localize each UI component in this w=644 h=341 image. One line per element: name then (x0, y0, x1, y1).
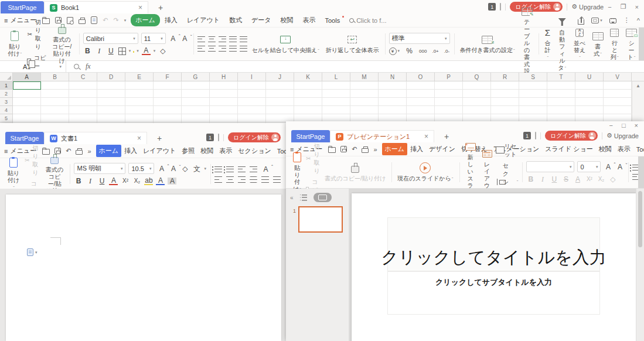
wr-doc-start-icon[interactable]: ▾ (27, 248, 38, 256)
italic-button[interactable]: I (538, 175, 547, 183)
bold-button[interactable]: B (526, 175, 535, 183)
pp-tab-startpage[interactable]: StartPage (291, 130, 330, 142)
ss-number-format-select[interactable]: 標準▾ (389, 33, 450, 44)
ss-paste-button[interactable]: 貼り付け (5, 29, 24, 59)
indent-increase-icon[interactable] (240, 36, 247, 43)
zoom-search-icon[interactable] (74, 64, 79, 69)
subtitle-placeholder[interactable]: クリックしてサブタイトルを入力 (387, 271, 600, 315)
underline-button[interactable]: U (550, 175, 558, 183)
column-header[interactable]: G (182, 73, 210, 81)
strikethrough-button[interactable]: S (561, 175, 570, 183)
bold-button[interactable]: B (83, 47, 92, 55)
row-header[interactable]: 2 (0, 90, 12, 98)
column-header[interactable]: E (125, 73, 154, 81)
subscript-button[interactable]: X₂ (597, 175, 605, 183)
ss-wrap-text-button[interactable]: ↩ 折り返して全体表示 (324, 33, 381, 55)
wr-tab-close-icon[interactable]: × (127, 134, 141, 142)
highlight-button[interactable]: ab (144, 177, 153, 185)
pp-menu-insert[interactable]: 挿入 (407, 143, 426, 155)
pp-toolbar-scrollbar[interactable] (638, 156, 644, 188)
wr-paste-button[interactable]: 貼り付け (5, 156, 22, 192)
collapse-panel-icon[interactable]: « (290, 195, 294, 201)
char-shading-button[interactable]: A (168, 178, 176, 185)
underline-button[interactable]: U (97, 177, 106, 185)
pp-cut-button[interactable]: ✂切り取り (306, 142, 320, 175)
decrease-font-icon[interactable]: A (169, 165, 178, 173)
italic-button[interactable]: I (86, 177, 94, 185)
align-right-icon[interactable] (219, 46, 226, 52)
title-placeholder[interactable]: クリックしてタイトルを入力 (387, 217, 600, 271)
align-right-icon[interactable] (238, 176, 246, 183)
ss-search-box[interactable]: Click to f... (349, 17, 386, 24)
pp-menu-slideshow[interactable]: スライド ショー (542, 143, 596, 155)
wr-font-family-select[interactable]: MS 明朝▾ (74, 163, 125, 174)
align-center-icon[interactable] (226, 176, 234, 183)
ss-cut-button[interactable]: ✂切り取り (27, 18, 46, 51)
column-header[interactable]: Q (463, 73, 491, 81)
font-color-button[interactable]: A (142, 47, 151, 55)
subscript-button[interactable]: X₂ (132, 177, 141, 185)
ss-font-size-select[interactable]: 11▾ (141, 33, 166, 44)
pp-menu-design[interactable]: デザイン (426, 143, 458, 155)
more-tools-icon[interactable]: » (373, 146, 377, 153)
ss-window-count-badge[interactable]: 1 (488, 3, 496, 11)
clear-format-button[interactable]: ◇ (158, 47, 167, 55)
ss-toolbar-scrollbar[interactable] (639, 28, 644, 60)
clear-format-button[interactable]: ◇ (608, 175, 617, 183)
pp-tab-presentation1[interactable]: P プレゼンテーション1 × (330, 130, 434, 142)
comment-icon[interactable] (609, 18, 616, 23)
pp-window-count-badge[interactable]: 1 (523, 132, 531, 139)
ss-tab-close-icon[interactable]: × (128, 4, 142, 12)
underline-button[interactable]: U (107, 47, 115, 55)
ss-sheet-button[interactable]: ▭ シート (624, 26, 639, 62)
column-header[interactable]: K (294, 73, 322, 81)
column-header[interactable]: L (322, 73, 350, 81)
wr-page[interactable]: ▾ (6, 195, 281, 341)
column-header[interactable]: C (69, 73, 97, 81)
distribute-icon[interactable] (240, 46, 247, 52)
ss-font-family-select[interactable]: Calibri▾ (83, 33, 138, 44)
ss-table-format-button[interactable]: ✎ テーブルの書式設定 (520, 5, 534, 83)
ss-menu-view[interactable]: 表示 (298, 14, 320, 26)
scrollbar-thumb[interactable] (638, 191, 642, 247)
percent-format-button[interactable]: % (405, 47, 414, 55)
undo-icon[interactable]: ↶ (352, 145, 357, 153)
ss-format-button[interactable]: 書式 (591, 29, 605, 59)
wr-logout-button[interactable]: ログイン解除 (228, 132, 281, 142)
share-icon[interactable] (578, 19, 584, 25)
preview-icon[interactable] (91, 16, 97, 24)
pp-slide-canvas[interactable]: クリックしてタイトルを入力 クリックしてサブタイトルを入力 (352, 193, 636, 341)
ss-tab-startpage[interactable]: StartPage (1, 1, 44, 13)
row-header[interactable]: 3 (0, 98, 12, 106)
undo-icon[interactable]: ↶ (66, 147, 71, 155)
row-header[interactable]: 5 (0, 114, 12, 122)
align-middle-icon[interactable] (208, 36, 216, 43)
wr-new-tab-button[interactable]: + (154, 134, 165, 143)
pp-menu-home[interactable]: ホーム (382, 143, 408, 155)
print-icon[interactable] (362, 148, 369, 153)
justify-icon[interactable] (250, 176, 257, 183)
slide-view-toggle[interactable] (314, 193, 332, 202)
pp-logout-button[interactable]: ログイン解除 (545, 131, 598, 141)
italic-button[interactable]: I (95, 47, 104, 55)
ss-menu-review[interactable]: 校閲 (275, 14, 298, 26)
ss-copy-button[interactable]: コピー (27, 54, 46, 70)
ss-conditional-format-button[interactable]: ≠ 条件付き書式の設定 (458, 33, 517, 55)
wr-tab-doc1[interactable]: W 文書1 × (44, 132, 147, 144)
wr-font-size-select[interactable]: 10.5▾ (128, 163, 154, 174)
column-header[interactable]: N (379, 73, 407, 81)
increase-decimal-button[interactable]: .0+ (432, 49, 438, 54)
pp-vertical-scrollbar[interactable] (636, 189, 644, 341)
ss-minimize-icon[interactable]: − (608, 4, 611, 11)
pp-new-tab-button[interactable]: + (441, 132, 452, 141)
open-folder-icon[interactable] (328, 147, 336, 153)
ss-logout-button[interactable]: ログイン解除 (510, 2, 563, 12)
align-top-icon[interactable] (197, 36, 205, 43)
ss-close-icon[interactable]: × (635, 4, 639, 11)
pp-reset-button[interactable]: リセット (497, 142, 519, 159)
superscript-button[interactable]: X² (585, 175, 594, 183)
decrease-decimal-button[interactable]: .0- (444, 49, 449, 54)
column-header[interactable]: B (41, 73, 69, 81)
char-tool-icon[interactable]: 文 (192, 165, 201, 173)
select-all-corner[interactable] (0, 73, 13, 81)
